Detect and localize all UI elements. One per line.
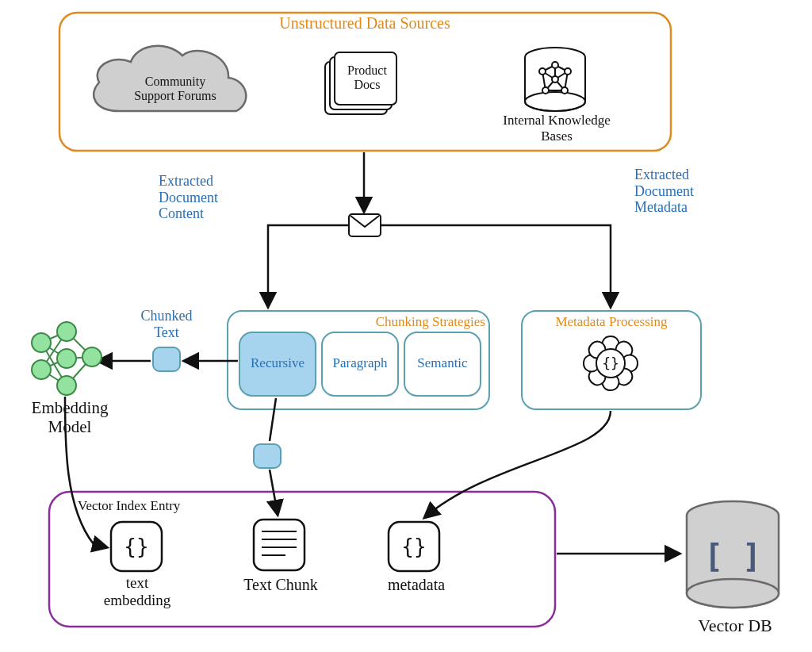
svg-text:{}: {} xyxy=(401,535,426,558)
label-extracted-content: Extracted Document Content xyxy=(159,173,270,222)
svg-line-25 xyxy=(41,343,67,359)
svg-point-15 xyxy=(552,76,558,82)
svg-point-19 xyxy=(542,87,549,94)
label-chunked-text: Chunked Text xyxy=(127,308,206,340)
svg-rect-41 xyxy=(254,520,304,570)
label-embedding-model: Embedding Model xyxy=(14,398,125,436)
svg-text:{}: {} xyxy=(124,535,148,558)
svg-point-48 xyxy=(687,501,779,530)
knowledge-base-icon xyxy=(525,48,585,111)
svg-line-7 xyxy=(555,71,568,79)
svg-line-26 xyxy=(41,343,67,385)
label-forums: Community Support Forums xyxy=(116,75,235,104)
chunk-chip-icon xyxy=(153,347,180,371)
svg-point-36 xyxy=(57,349,76,368)
svg-line-9 xyxy=(555,79,565,90)
svg-point-4 xyxy=(525,92,585,111)
neural-net-icon xyxy=(32,322,102,395)
text-chunk-icon xyxy=(254,520,304,570)
label-paragraph: Paragraph xyxy=(322,355,398,371)
arrow-chip2-to-textchunk xyxy=(270,470,278,514)
svg-line-27 xyxy=(41,332,67,370)
vector-db-icon: [ ] xyxy=(687,501,779,608)
arrow-envelope-to-chunking xyxy=(268,225,348,306)
chunk-chip-icon-2 xyxy=(254,444,281,468)
label-text-embedding: text embedding xyxy=(94,574,181,609)
svg-text:{}: {} xyxy=(602,355,619,371)
svg-point-33 xyxy=(32,333,51,352)
label-metadata: metadata xyxy=(373,576,460,594)
label-knowledge-bases: Internal Knowledge Bases xyxy=(484,113,630,144)
label-vector-db: Vector DB xyxy=(684,616,787,635)
svg-line-10 xyxy=(542,65,555,71)
svg-point-34 xyxy=(32,360,51,379)
svg-line-14 xyxy=(555,65,568,71)
label-text-chunk: Text Chunk xyxy=(232,576,330,594)
svg-point-38 xyxy=(82,347,102,366)
svg-point-35 xyxy=(57,322,76,341)
svg-point-3 xyxy=(525,48,585,67)
label-product-docs: Product Docs xyxy=(339,63,395,93)
svg-rect-39 xyxy=(111,522,162,571)
svg-rect-46 xyxy=(389,522,439,571)
title-vector-index-entry: Vector Index Entry xyxy=(78,498,236,514)
label-extracted-metadata: Extracted Document Metadata xyxy=(634,167,745,216)
svg-line-30 xyxy=(67,332,92,357)
svg-line-28 xyxy=(41,359,67,370)
svg-point-16 xyxy=(552,62,558,68)
svg-rect-21 xyxy=(349,214,381,236)
svg-line-24 xyxy=(41,332,67,343)
svg-point-49 xyxy=(687,579,779,608)
line-recursive-to-chip2 xyxy=(270,398,276,441)
svg-line-29 xyxy=(41,370,67,385)
svg-point-17 xyxy=(539,68,546,75)
metadata-flower-icon: {} xyxy=(584,336,638,390)
text-embedding-icon: {} xyxy=(111,522,162,571)
svg-point-37 xyxy=(57,376,76,395)
svg-line-6 xyxy=(542,71,555,79)
title-chunking-strategies: Chunking Strategies xyxy=(333,314,485,330)
svg-point-18 xyxy=(565,68,571,75)
svg-line-32 xyxy=(67,357,92,385)
title-unstructured-sources: Unstructured Data Sources xyxy=(206,14,523,33)
svg-line-13 xyxy=(565,71,568,90)
arrow-metadataproc-to-metadata xyxy=(425,411,611,517)
label-semantic: Semantic xyxy=(404,355,481,371)
metadata-icon: {} xyxy=(389,522,439,571)
svg-point-20 xyxy=(561,87,568,94)
svg-line-31 xyxy=(67,357,92,359)
svg-line-11 xyxy=(542,71,546,90)
svg-point-22 xyxy=(596,349,625,378)
envelope-icon xyxy=(349,214,381,236)
svg-text:[ ]: [ ] xyxy=(704,538,761,574)
title-metadata-processing: Metadata Processing xyxy=(530,314,693,330)
arrow-envelope-to-metadata xyxy=(381,225,611,306)
label-recursive: Recursive xyxy=(239,355,316,371)
svg-line-8 xyxy=(546,79,555,90)
